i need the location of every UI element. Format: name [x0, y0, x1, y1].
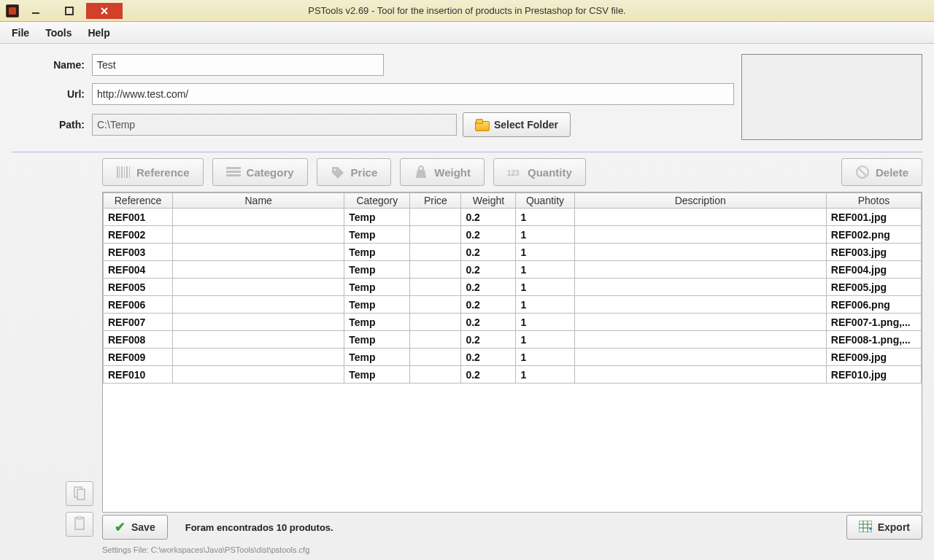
col-photos[interactable]: Photos — [826, 193, 921, 209]
cell-photos[interactable]: REF001.jpg — [826, 209, 921, 226]
cell-photos[interactable]: REF005.jpg — [826, 279, 921, 296]
cell-category[interactable]: Temp — [344, 244, 410, 261]
cell-description[interactable] — [574, 209, 826, 226]
cell-name[interactable] — [173, 244, 344, 261]
cell-category[interactable]: Temp — [344, 279, 410, 296]
cell-description[interactable] — [574, 226, 826, 244]
cell-name[interactable] — [173, 331, 344, 349]
table-row[interactable]: REF007Temp0.21REF007-1.png,... — [104, 314, 922, 331]
cell-photos[interactable]: REF009.jpg — [826, 349, 921, 366]
cell-reference[interactable]: REF004 — [104, 261, 173, 279]
cell-price[interactable] — [410, 244, 461, 261]
cell-reference[interactable]: REF010 — [104, 366, 173, 384]
col-description[interactable]: Description — [574, 193, 826, 209]
cell-price[interactable] — [410, 226, 461, 244]
cell-photos[interactable]: REF007-1.png,... — [826, 314, 921, 331]
cell-category[interactable]: Temp — [344, 366, 410, 384]
cell-quantity[interactable]: 1 — [516, 279, 574, 296]
window-maximize-button[interactable] — [53, 3, 86, 19]
cell-description[interactable] — [574, 349, 826, 366]
table-row[interactable]: REF010Temp0.21REF010.jpg — [104, 366, 922, 384]
cell-description[interactable] — [574, 366, 826, 384]
cell-weight[interactable]: 0.2 — [461, 296, 516, 314]
cell-name[interactable] — [173, 366, 344, 384]
menu-file[interactable]: File — [6, 25, 35, 41]
col-category[interactable]: Category — [344, 193, 410, 209]
cell-weight[interactable]: 0.2 — [461, 349, 516, 366]
col-reference[interactable]: Reference — [104, 193, 173, 209]
select-folder-button[interactable]: Select Folder — [463, 112, 571, 137]
cell-reference[interactable]: REF008 — [104, 331, 173, 349]
cell-name[interactable] — [173, 209, 344, 226]
cell-name[interactable] — [173, 349, 344, 366]
cell-photos[interactable]: REF006.png — [826, 296, 921, 314]
cell-price[interactable] — [410, 261, 461, 279]
cell-price[interactable] — [410, 331, 461, 349]
cell-category[interactable]: Temp — [344, 226, 410, 244]
cell-name[interactable] — [173, 261, 344, 279]
cell-weight[interactable]: 0.2 — [461, 209, 516, 226]
table-row[interactable]: REF002Temp0.21REF002.png — [104, 226, 922, 244]
save-button[interactable]: ✔ Save — [102, 515, 168, 540]
name-input[interactable] — [92, 54, 384, 76]
cell-category[interactable]: Temp — [344, 349, 410, 366]
cell-photos[interactable]: REF003.jpg — [826, 244, 921, 261]
table-row[interactable]: REF004Temp0.21REF004.jpg — [104, 261, 922, 279]
cell-price[interactable] — [410, 366, 461, 384]
cell-description[interactable] — [574, 261, 826, 279]
cell-reference[interactable]: REF002 — [104, 226, 173, 244]
cell-weight[interactable]: 0.2 — [461, 279, 516, 296]
window-minimize-button[interactable] — [19, 3, 53, 19]
cell-quantity[interactable]: 1 — [516, 226, 574, 244]
cell-reference[interactable]: REF003 — [104, 244, 173, 261]
category-button[interactable]: Category — [212, 158, 308, 186]
products-table[interactable]: Reference Name Category Price Weight Qua… — [103, 192, 922, 384]
cell-description[interactable] — [574, 331, 826, 349]
cell-quantity[interactable]: 1 — [516, 349, 574, 366]
col-name[interactable]: Name — [173, 193, 344, 209]
cell-description[interactable] — [574, 296, 826, 314]
menu-help[interactable]: Help — [82, 25, 115, 41]
url-input[interactable] — [92, 83, 734, 105]
cell-price[interactable] — [410, 314, 461, 331]
table-row[interactable]: REF008Temp0.21REF008-1.png,... — [104, 331, 922, 349]
col-price[interactable]: Price — [410, 193, 461, 209]
col-weight[interactable]: Weight — [461, 193, 516, 209]
col-quantity[interactable]: Quantity — [516, 193, 574, 209]
cell-price[interactable] — [410, 349, 461, 366]
cell-weight[interactable]: 0.2 — [461, 331, 516, 349]
cell-name[interactable] — [173, 226, 344, 244]
cell-quantity[interactable]: 1 — [516, 261, 574, 279]
cell-price[interactable] — [410, 209, 461, 226]
cell-name[interactable] — [173, 314, 344, 331]
table-row[interactable]: REF005Temp0.21REF005.jpg — [104, 279, 922, 296]
cell-reference[interactable]: REF001 — [104, 209, 173, 226]
cell-weight[interactable]: 0.2 — [461, 314, 516, 331]
cell-quantity[interactable]: 1 — [516, 244, 574, 261]
cell-price[interactable] — [410, 296, 461, 314]
price-button[interactable]: Price — [317, 158, 392, 186]
copy-button[interactable] — [66, 481, 93, 506]
window-close-button[interactable] — [86, 3, 123, 19]
cell-reference[interactable]: REF005 — [104, 279, 173, 296]
cell-category[interactable]: Temp — [344, 209, 410, 226]
menu-tools[interactable]: Tools — [39, 25, 77, 41]
cell-category[interactable]: Temp — [344, 314, 410, 331]
cell-weight[interactable]: 0.2 — [461, 366, 516, 384]
cell-name[interactable] — [173, 279, 344, 296]
reference-button[interactable]: Reference — [102, 158, 204, 186]
export-button[interactable]: Export — [846, 515, 922, 540]
cell-description[interactable] — [574, 244, 826, 261]
table-row[interactable]: REF006Temp0.21REF006.png — [104, 296, 922, 314]
cell-quantity[interactable]: 1 — [516, 366, 574, 384]
table-row[interactable]: REF001Temp0.21REF001.jpg — [104, 209, 922, 226]
cell-weight[interactable]: 0.2 — [461, 261, 516, 279]
quantity-button[interactable]: 123 Quantity — [493, 158, 586, 186]
cell-quantity[interactable]: 1 — [516, 331, 574, 349]
cell-name[interactable] — [173, 296, 344, 314]
cell-description[interactable] — [574, 314, 826, 331]
cell-quantity[interactable]: 1 — [516, 314, 574, 331]
cell-price[interactable] — [410, 279, 461, 296]
cell-category[interactable]: Temp — [344, 261, 410, 279]
table-row[interactable]: REF003Temp0.21REF003.jpg — [104, 244, 922, 261]
